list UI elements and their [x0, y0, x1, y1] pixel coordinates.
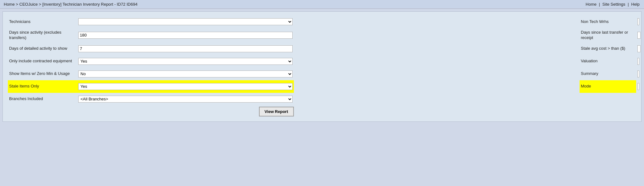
days-since-last-transfer-control: [637, 32, 641, 39]
stale-avg-cost-control: [637, 45, 641, 52]
days-since-activity-input[interactable]: [78, 32, 293, 39]
branches-included-control: <All Branches>: [78, 96, 293, 103]
technicians-select[interactable]: [78, 18, 293, 25]
breadcrumb: Home > CEOJuice > [Inventory] Technician…: [4, 2, 137, 7]
days-since-last-transfer-label: Days since last transfer or receipt: [581, 30, 637, 41]
main-panel: Technicians Days since activity (exclude…: [3, 11, 641, 122]
stale-avg-cost-row: Stale avg cost > than ($): [580, 42, 636, 55]
column-divider: [294, 15, 299, 105]
separator1: |: [599, 2, 600, 7]
mode-select[interactable]: 694: [637, 83, 639, 90]
summary-label: Summary: [581, 71, 637, 76]
summary-control: No Yes: [637, 70, 639, 77]
only-include-contracted-select[interactable]: Yes No: [78, 58, 293, 65]
form-grid: Technicians Days since activity (exclude…: [8, 15, 636, 116]
show-items-zero-min-label: Show Items w/ Zero Min & Usage: [9, 71, 78, 76]
show-items-zero-min-select[interactable]: No Yes: [78, 70, 293, 77]
branches-included-row: Branches Included <All Branches>: [8, 93, 294, 105]
days-detailed-activity-input[interactable]: [78, 45, 293, 52]
days-detailed-activity-row: Days of detailed activity to show: [8, 42, 294, 55]
only-include-contracted-control: Yes No: [78, 58, 293, 65]
only-include-contracted-label: Only include contracted equipment: [9, 59, 78, 64]
stale-items-only-row: Stale Items Only Yes No: [8, 80, 294, 93]
summary-select[interactable]: No Yes: [637, 70, 639, 77]
stale-items-only-label: Stale Items Only: [9, 84, 78, 89]
valuation-row: Valuation Cost: [580, 55, 636, 68]
home-link[interactable]: Home: [586, 2, 597, 7]
technicians-control: [78, 18, 293, 25]
show-items-zero-min-row: Show Items w/ Zero Min & Usage No Yes: [8, 68, 294, 80]
summary-row: Summary No Yes: [580, 68, 636, 80]
right-column: Non Tech Wrhs <Blank> Days since last tr…: [580, 15, 636, 105]
branches-included-select[interactable]: <All Branches>: [78, 96, 293, 103]
only-include-contracted-row: Only include contracted equipment Yes No: [8, 55, 294, 68]
action-column: View Report: [8, 105, 294, 116]
view-report-button[interactable]: View Report: [259, 107, 294, 116]
non-tech-wrhs-label: Non Tech Wrhs: [581, 19, 637, 25]
days-since-activity-row: Days since activity (excludes transfers): [8, 28, 294, 42]
stale-avg-cost-input[interactable]: [637, 45, 641, 52]
valuation-label: Valuation: [581, 59, 637, 64]
non-tech-wrhs-select[interactable]: <Blank>: [637, 18, 639, 25]
valuation-control: Cost: [637, 58, 639, 65]
branches-included-label: Branches Included: [9, 96, 78, 102]
stale-items-only-select[interactable]: Yes No: [78, 83, 293, 90]
left-column: Technicians Days since activity (exclude…: [8, 15, 294, 105]
mode-label: Mode: [581, 84, 637, 89]
non-tech-wrhs-control: <Blank>: [637, 18, 639, 25]
top-bar: Home > CEOJuice > [Inventory] Technician…: [0, 0, 644, 9]
days-since-activity-control: [78, 32, 293, 39]
show-items-zero-min-control: No Yes: [78, 70, 293, 77]
days-since-activity-label: Days since activity (excludes transfers): [9, 30, 78, 41]
mode-control: 694: [637, 83, 639, 90]
site-settings-link[interactable]: Site Settings: [603, 2, 625, 7]
separator2: |: [628, 2, 629, 7]
days-detailed-activity-control: [78, 45, 293, 52]
days-detailed-activity-label: Days of detailed activity to show: [9, 46, 78, 51]
help-link[interactable]: Help: [631, 2, 640, 7]
stale-avg-cost-label: Stale avg cost > than ($): [581, 46, 637, 51]
days-since-last-transfer-row: Days since last transfer or receipt: [580, 28, 636, 42]
technicians-label: Technicians: [9, 19, 78, 25]
days-since-last-transfer-input[interactable]: [637, 32, 641, 39]
valuation-select[interactable]: Cost: [637, 58, 639, 65]
non-tech-wrhs-row: Non Tech Wrhs <Blank>: [580, 15, 636, 28]
top-links: Home | Site Settings | Help: [585, 2, 640, 7]
stale-items-only-control: Yes No: [78, 83, 293, 90]
technicians-row: Technicians: [8, 15, 294, 28]
mode-row: Mode 694: [580, 80, 636, 93]
